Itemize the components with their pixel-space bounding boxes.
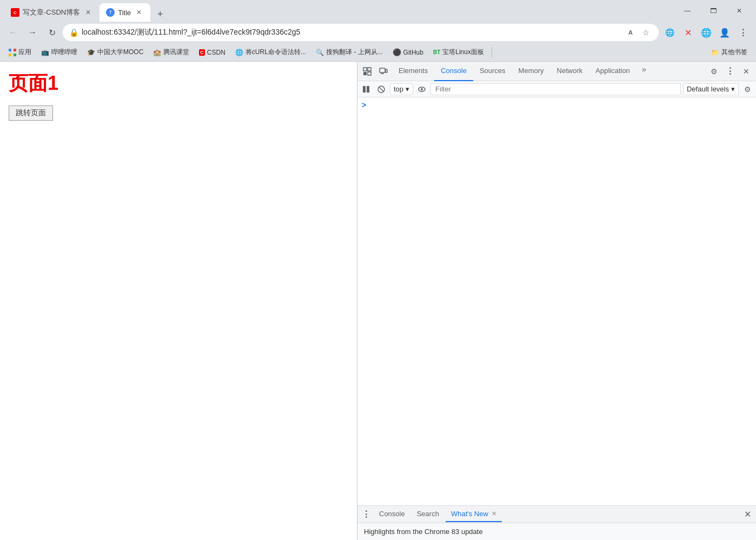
drawer-more-button[interactable]: ⋮ [360,508,373,521]
address-bar[interactable]: 🔒 localhost:63342/测试/111.html?_ijt=6l6d4… [63,24,659,41]
sougou-icon: 🔍 [316,49,324,56]
tab-favicon-csdn: C [11,8,19,17]
devtools-panel: Elements Console Sources Memory Network … [357,62,756,540]
devtools-close-button[interactable]: ✕ [739,64,754,79]
drawer-search-label: Search [417,510,439,518]
drawer-tab-search[interactable]: Search [412,507,445,522]
drawer-body: Highlights from the Chrome 83 update [357,523,756,540]
bookmark-sougou[interactable]: 🔍 搜狗翻译 - 上网从... [311,45,387,60]
svg-rect-0 [9,49,11,51]
extension-globe-button[interactable]: 🌐 [698,24,715,41]
tab-close-title[interactable]: ✕ [134,8,144,17]
new-tab-button[interactable]: + [152,6,168,22]
tab-title-page[interactable]: T Title ✕ [100,3,150,22]
maximize-button[interactable]: 🗖 [701,2,726,19]
drawer-close-button[interactable]: ✕ [741,508,754,521]
drawer-content-text: Highlights from the Chrome 83 update [364,528,483,536]
eye-button[interactable] [415,83,428,96]
clear-button[interactable] [375,83,388,96]
devtools-more-button[interactable]: ⋮ [722,64,738,79]
svg-rect-3 [14,54,16,56]
bookmark-github-label: GitHub [403,49,423,56]
more-menu-button[interactable]: ⋮ [734,24,752,41]
clear-icon [377,85,385,93]
inspect-element-button[interactable] [360,64,375,79]
tab-strip: C 写文章-CSDN博客 ✕ T Title ✕ + [4,0,675,22]
devtools-drawer: ⋮ Console Search What's New ✕ ✕ Highligh… [357,505,756,540]
extension-x-button[interactable]: ✕ [679,24,697,41]
bookmark-mooc[interactable]: 🎓 中国大学MOOC [83,45,148,60]
bookmark-curl[interactable]: 🌐 将cURL命令语法转... [231,45,310,60]
console-settings-button[interactable]: ⚙ [741,83,754,96]
mooc-icon: 🎓 [87,49,95,56]
devtools-settings-button[interactable]: ⚙ [706,64,721,79]
devtools-tabs: Elements Console Sources Memory Network … [392,62,705,81]
tencent-icon: 🏫 [153,49,161,56]
bookmark-mooc-label: 中国大学MOOC [97,48,143,57]
browser-content: 页面1 跳转页面 [0,62,756,540]
bookmark-bilibili[interactable]: 📺 哔哩哔哩 [37,45,82,60]
back-button[interactable]: ← [4,24,22,41]
levels-dropdown-icon: ▾ [731,85,735,93]
toolbar-right: 🌐 ✕ 🌐 👤 ⋮ [661,24,752,41]
drawer-tab-console[interactable]: Console [374,507,410,522]
tab-elements[interactable]: Elements [392,62,434,81]
svg-rect-1 [14,49,16,51]
github-icon: ⚫ [393,48,401,56]
tab-csdn[interactable]: C 写文章-CSDN博客 ✕ [4,3,100,22]
bookmark-csdn[interactable]: C CSDN [195,45,230,60]
curl-icon: 🌐 [235,49,243,56]
tab-memory[interactable]: Memory [512,62,551,81]
bookmark-bt-label: 宝塔Linux面板 [442,48,484,57]
tab-network[interactable]: Network [551,62,589,81]
tab-strip-container: C 写文章-CSDN博客 ✕ T Title ✕ + [4,0,675,22]
bookmark-bt[interactable]: BT 宝塔Linux面板 [429,45,488,60]
filter-input[interactable] [430,83,681,95]
close-window-button[interactable]: ✕ [727,2,752,19]
profile-button[interactable]: 👤 [716,24,733,41]
sources-tab-label: Sources [480,67,506,75]
forward-button[interactable]: → [24,24,41,41]
levels-selector[interactable]: Default levels ▾ [683,83,739,95]
svg-rect-8 [380,68,385,73]
svg-rect-2 [9,54,11,56]
console-prompt: > [357,100,756,110]
tab-close-csdn[interactable]: ✕ [83,8,93,17]
svg-rect-11 [363,86,366,93]
levels-label: Default levels [687,85,729,93]
extension-translate-button[interactable]: 🌐 [661,24,678,41]
tab-application[interactable]: Application [589,62,636,81]
bookmark-others-label: 其他书签 [721,48,747,57]
bookmark-tencent[interactable]: 🏫 腾讯课堂 [149,45,194,60]
more-tabs-button[interactable]: » [636,62,652,77]
bookmark-apps[interactable]: 应用 [4,45,36,60]
svg-rect-7 [368,72,371,75]
memory-tab-label: Memory [519,67,544,75]
record-button[interactable] [360,83,373,96]
svg-rect-9 [386,69,387,73]
drawer-tab-close-icon[interactable]: ✕ [492,510,496,517]
tab-sources[interactable]: Sources [473,62,512,81]
navigate-button[interactable]: 跳转页面 [9,106,53,121]
context-selector[interactable]: top ▾ [390,83,413,95]
window-controls: — 🗖 ✕ [675,2,752,19]
minimize-button[interactable]: — [675,2,700,19]
drawer-whats-new-label: What's New [451,510,488,518]
drawer-tab-whats-new[interactable]: What's New ✕ [446,507,502,522]
record-icon [362,85,370,93]
bookmark-tencent-label: 腾讯课堂 [163,48,189,57]
drawer-right: ✕ [741,508,754,521]
bookmark-button[interactable]: ☆ [639,26,652,39]
refresh-button[interactable]: ↻ [43,24,61,41]
console-tab-label: Console [441,67,467,75]
console-body[interactable]: > [357,97,756,505]
bookmark-separator [492,47,492,58]
console-chevron: > [362,101,366,109]
refresh-icon: ↻ [49,28,56,38]
page-content: 页面1 跳转页面 [0,62,357,540]
translate-button[interactable]: A [624,26,637,39]
bookmark-github[interactable]: ⚫ GitHub [388,45,428,60]
tab-console[interactable]: Console [434,62,473,81]
device-toggle-button[interactable] [376,64,391,79]
bookmark-others[interactable]: 📁 其他书签 [707,45,752,60]
